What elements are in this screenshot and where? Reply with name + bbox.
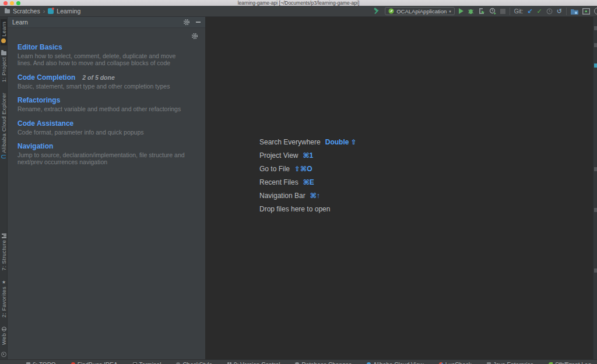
navigation-bar: Scratches › Learning OCALApiApplication … (0, 6, 597, 17)
statusbar-alibaba-cloud-view[interactable]: Alibaba Cloud View (367, 362, 424, 364)
topic-link[interactable]: Navigation (17, 142, 53, 150)
clipped-toolwindow-icon[interactable] (594, 63, 597, 68)
topic-refactorings: Refactorings Rename, extract variable an… (17, 96, 205, 112)
shortcut-keys: ⌘E (303, 178, 314, 186)
clipped-toolwindow-icon[interactable] (594, 268, 597, 273)
hide-toolwindow-icon[interactable] (196, 22, 201, 23)
rollback-icon[interactable]: ↺ (557, 8, 562, 15)
clipped-toolwindow-icon[interactable] (594, 26, 597, 30)
right-toolwindow-stripe (593, 17, 597, 359)
run-with-coverage-icon[interactable] (478, 8, 485, 15)
globe-icon (2, 327, 6, 331)
shortcut-label: Go to File (259, 165, 290, 173)
debug-icon[interactable] (468, 8, 474, 15)
breadcrumb-learning[interactable]: Learning (57, 8, 80, 15)
topic-navigation: Navigation Jump to source, declaration/i… (17, 142, 205, 166)
spring-leaf-icon (388, 8, 394, 14)
shortcut-row: Navigation Bar ⌘↑ (259, 192, 357, 200)
learn-panel-header[interactable]: Learn (8, 17, 205, 28)
shortcut-label: Navigation Bar (259, 192, 305, 200)
stripe-tab-project-label: 1: Project (1, 57, 7, 82)
stripe-tab-alibaba-label: Alibaba Cloud Explorer (1, 93, 7, 153)
clipped-toolwindow-icon[interactable] (594, 208, 597, 212)
history-clock-icon (546, 8, 553, 15)
stripe-tab-learn[interactable]: Learn (1, 19, 7, 45)
profiler-icon[interactable] (489, 8, 496, 15)
topic-link[interactable]: Editor Basics (17, 43, 62, 51)
shortcut-label: Search Everywhere (259, 138, 321, 146)
breadcrumb-scratches[interactable]: Scratches (13, 8, 40, 15)
topic-code-assistance: Code Assistance Code format, parameter i… (17, 119, 205, 136)
shortcut-row: Drop files here to open (259, 205, 357, 213)
statusbar-todo[interactable]: 6: TODO (26, 362, 56, 364)
stripe-tab-project[interactable]: 1: Project (1, 49, 7, 84)
ide-window: learning-game-api [~/Documents/p3/learni… (0, 0, 597, 364)
chevron-down-icon: ▾ (449, 9, 451, 13)
project-icon (1, 51, 6, 55)
scratch-file-icon (48, 8, 54, 14)
window-title: learning-game-api [~/Documents/p3/learni… (0, 0, 597, 6)
alibaba-cloud-icon (1, 155, 6, 158)
learn-panel-body: Editor Basics Learn how to select, comme… (8, 28, 205, 359)
commit-check-icon[interactable]: ✓ (537, 8, 542, 15)
shortcut-row: Recent Files ⌘E (259, 178, 357, 186)
editor-area[interactable]: Search Everywhere Double ⇧ Project View … (205, 17, 593, 359)
topic-code-completion: Code Completion 2 of 5 done Basic, state… (17, 73, 205, 90)
clipped-toolwindow-icon[interactable] (594, 43, 597, 47)
project-folder-icon[interactable] (571, 8, 578, 15)
toolbar-separator (566, 8, 567, 15)
topic-description: Jump to source, declaration/implementati… (17, 151, 191, 166)
clipped-toolwindow-icon[interactable] (594, 167, 597, 171)
run-window-icon[interactable] (582, 8, 590, 15)
topic-link[interactable]: Code Assistance (17, 119, 73, 128)
topic-description: Code format, parameter info and quick po… (17, 129, 191, 136)
stripe-tab-web-label: Web (1, 333, 7, 345)
topic-description: Learn how to select, comment, delete, du… (17, 52, 191, 67)
run-button[interactable] (459, 8, 463, 14)
search-everywhere-icon[interactable] (594, 8, 597, 15)
gear-icon[interactable] (183, 19, 190, 26)
learn-toolwindow: Learn (8, 17, 205, 359)
folder-icon (5, 9, 10, 13)
main-region: Learn 1: Project Alibaba Cloud Explorer … (0, 17, 597, 359)
shortcut-keys: ⇧⌘O (294, 165, 312, 173)
build-hammer-icon[interactable] (373, 8, 381, 15)
toolwindow-switcher-icon[interactable] (1, 352, 6, 357)
stripe-tab-structure[interactable]: 7: Structure (1, 231, 7, 273)
topic-description: Rename, extract variable and method and … (17, 105, 191, 112)
shortcut-keys: Double ⇧ (325, 138, 357, 146)
topic-progress: 2 of 5 done (82, 74, 114, 81)
statusbar-event-log[interactable]: Event Log (559, 362, 591, 364)
shortcut-hints: Search Everywhere Double ⇧ Project View … (259, 138, 357, 218)
shortcut-label: Project View (259, 151, 298, 160)
stripe-tab-alibaba-cloud-explorer[interactable]: Alibaba Cloud Explorer (1, 90, 7, 161)
stripe-tab-favorites[interactable]: ★ 2: Favorites (1, 278, 7, 320)
drop-files-hint: Drop files here to open (259, 205, 330, 213)
stripe-tab-web[interactable]: Web (1, 324, 7, 347)
learn-bulb-icon (1, 38, 6, 43)
statusbar-checkstyle[interactable]: CheckStyle (176, 362, 212, 364)
statusbar-findbugs[interactable]: FindBugs-IDEA (71, 362, 118, 364)
stop-button-disabled (500, 9, 505, 14)
statusbar-luocheck[interactable]: LuoCheck (439, 362, 472, 364)
statusbar-database-changes[interactable]: Database Changes (295, 362, 352, 364)
star-icon: ★ (2, 280, 6, 285)
shortcut-row: Search Everywhere Double ⇧ (259, 138, 357, 146)
macos-titlebar: learning-game-api [~/Documents/p3/learni… (0, 0, 597, 6)
statusbar-terminal[interactable]: Terminal (133, 362, 161, 364)
run-configuration-select[interactable]: OCALApiApplication ▾ (385, 7, 455, 15)
stripe-tab-structure-label: 7: Structure (1, 240, 7, 271)
statusbar-version-control[interactable]: 9: Version Control (227, 362, 280, 364)
git-label: Git: (514, 8, 524, 15)
run-configuration-name: OCALApiApplication (396, 8, 447, 15)
chevron-right-icon: › (43, 8, 45, 15)
gear-icon[interactable] (191, 33, 198, 40)
topic-editor-basics: Editor Basics Learn how to select, comme… (17, 43, 205, 67)
statusbar-java-enterprise[interactable]: Java Enterprise (487, 362, 533, 364)
stripe-tab-learn-label: Learn (1, 22, 7, 37)
learn-panel-title: Learn (12, 19, 28, 26)
topic-link[interactable]: Refactorings (17, 96, 60, 104)
topic-link[interactable]: Code Completion (17, 73, 75, 82)
status-bar: 6: TODO FindBugs-IDEA Terminal CheckStyl… (0, 359, 597, 364)
vcs-update-icon[interactable]: ↙ (527, 8, 532, 15)
